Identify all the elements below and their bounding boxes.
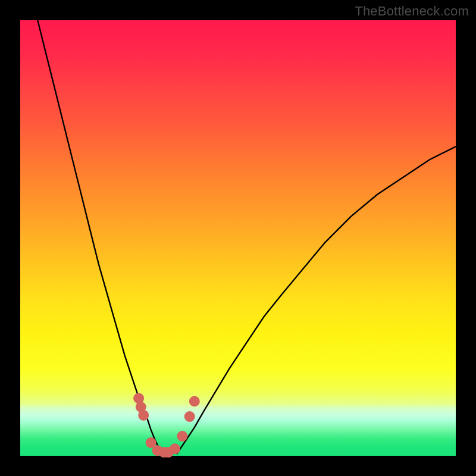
data-marker: [170, 443, 180, 454]
plot-area: [20, 20, 456, 456]
watermark-text: TheBottleneck.com: [355, 4, 469, 19]
series-line: [177, 146, 456, 453]
data-markers: [133, 393, 200, 458]
chart-frame: TheBottleneck.com: [0, 0, 476, 476]
data-marker: [189, 396, 200, 407]
series-line: [37, 20, 164, 453]
data-marker: [138, 410, 149, 421]
data-marker: [184, 411, 195, 422]
data-marker: [177, 431, 187, 441]
curves-layer: [20, 20, 456, 456]
series-lines: [37, 20, 456, 453]
